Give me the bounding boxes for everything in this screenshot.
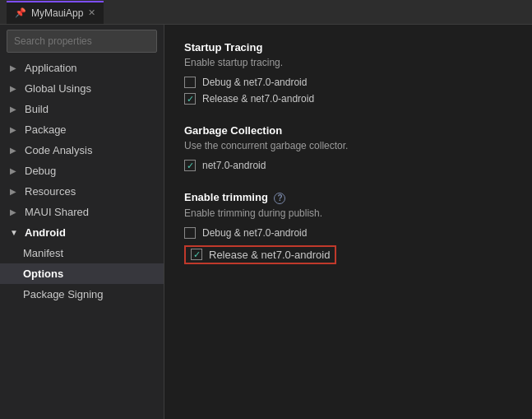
sidebar-label-package-signing: Package Signing (23, 288, 104, 300)
sidebar-label-application: Application (25, 62, 77, 74)
arrow-icon: ▶ (10, 146, 20, 155)
arrow-icon: ▶ (10, 125, 20, 134)
checkbox-row-st-release: Release & net7.0-android (184, 93, 512, 105)
arrow-icon: ▶ (10, 105, 20, 114)
sidebar-label-android: Android (25, 226, 66, 239)
arrow-icon: ▶ (10, 63, 20, 72)
checkbox-row-st-debug: Debug & net7.0-android (184, 77, 512, 88)
arrow-icon: ▶ (10, 207, 20, 216)
sidebar-item-options[interactable]: Options (0, 263, 164, 284)
sidebar-label-package: Package (25, 123, 67, 136)
sidebar-label-debug: Debug (25, 165, 56, 177)
main-layout: ▶ Application ▶ Global Usings ▶ Build ▶ … (0, 25, 532, 419)
sidebar-item-android[interactable]: ▼ Android (0, 222, 164, 243)
arrow-down-icon: ▼ (10, 228, 20, 237)
checkbox-label-st-release: Release & net7.0-android (202, 93, 314, 105)
tab-close-icon[interactable]: ✕ (88, 8, 95, 17)
checkbox-label-st-debug: Debug & net7.0-android (202, 77, 307, 88)
section-title-trimming: Enable trimming ? (184, 191, 512, 204)
sidebar-item-code-analysis[interactable]: ▶ Code Analysis (0, 140, 164, 161)
section-desc-startup-tracing: Enable startup tracing. (184, 57, 512, 68)
sidebar-item-application[interactable]: ▶ Application (0, 58, 164, 78)
sidebar-item-resources[interactable]: ▶ Resources (0, 181, 164, 202)
arrow-icon: ▶ (10, 187, 20, 196)
checkbox-label-et-debug: Debug & net7.0-android (202, 227, 307, 239)
sidebar-item-package[interactable]: ▶ Package (0, 119, 164, 140)
sidebar: ▶ Application ▶ Global Usings ▶ Build ▶ … (0, 25, 164, 419)
sidebar-item-global-usings[interactable]: ▶ Global Usings (0, 78, 164, 99)
checkbox-row-gc-net7: net7.0-android (184, 160, 512, 171)
section-enable-trimming: Enable trimming ? Enable trimming during… (184, 191, 512, 264)
sidebar-item-build[interactable]: ▶ Build (0, 99, 164, 119)
section-desc-gc: Use the concurrent garbage collector. (184, 140, 512, 151)
section-garbage-collection: Garbage Collection Use the concurrent ga… (184, 124, 512, 171)
search-input[interactable] (7, 30, 157, 53)
checkbox-et-debug[interactable] (184, 227, 196, 239)
sidebar-item-package-signing[interactable]: Package Signing (0, 284, 164, 305)
checkbox-et-release[interactable] (191, 249, 202, 260)
sidebar-item-maui-shared[interactable]: ▶ MAUI Shared (0, 202, 164, 222)
title-bar: 📌 MyMauiApp ✕ (0, 0, 532, 25)
section-desc-trimming: Enable trimming during publish. (184, 207, 512, 219)
checkbox-gc-net7[interactable] (184, 160, 196, 171)
checkbox-st-release[interactable] (184, 93, 196, 105)
sidebar-item-manifest[interactable]: Manifest (0, 243, 164, 263)
checkbox-label-gc-net7: net7.0-android (202, 160, 266, 171)
sidebar-label-resources: Resources (25, 185, 76, 198)
content-area: Startup Tracing Enable startup tracing. … (164, 25, 532, 419)
info-icon: ? (274, 193, 285, 204)
arrow-icon: ▶ (10, 84, 20, 93)
checkbox-row-et-debug: Debug & net7.0-android (184, 227, 512, 239)
sidebar-label-manifest: Manifest (23, 247, 63, 259)
sidebar-label-build: Build (25, 103, 49, 115)
tab-mymauiapp[interactable]: 📌 MyMauiApp ✕ (7, 1, 104, 24)
sidebar-label-global-usings: Global Usings (25, 82, 91, 95)
sidebar-label-maui-shared: MAUI Shared (25, 206, 89, 218)
arrow-icon: ▶ (10, 166, 20, 175)
checkbox-st-debug[interactable] (184, 77, 196, 88)
section-startup-tracing: Startup Tracing Enable startup tracing. … (184, 41, 512, 105)
sidebar-label-code-analysis: Code Analysis (25, 144, 92, 156)
checkbox-row-et-release-highlighted: Release & net7.0-android (184, 245, 336, 264)
sidebar-label-options: Options (23, 268, 63, 280)
sidebar-item-debug[interactable]: ▶ Debug (0, 161, 164, 181)
tab-label: MyMauiApp (31, 7, 83, 19)
section-title-gc: Garbage Collection (184, 124, 512, 137)
checkbox-label-et-release: Release & net7.0-android (209, 249, 330, 261)
section-title-startup-tracing: Startup Tracing (184, 41, 512, 54)
tab-pin-icon: 📌 (15, 7, 26, 18)
